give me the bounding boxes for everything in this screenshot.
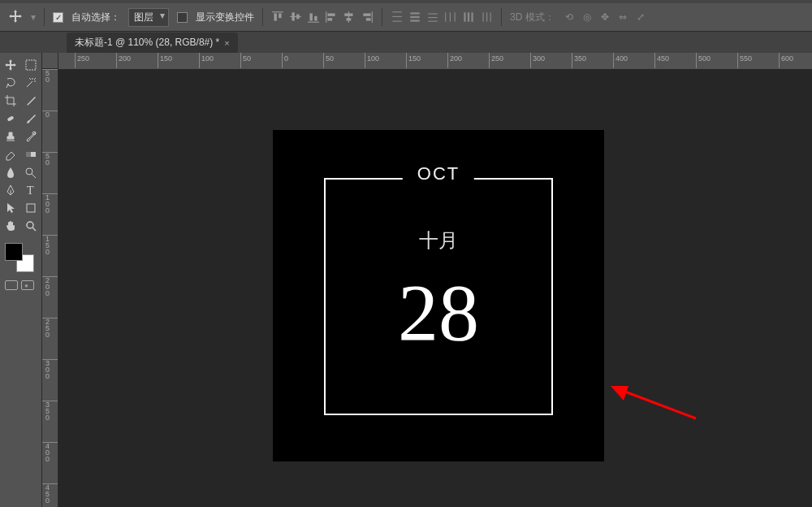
align-left-icon[interactable] — [325, 11, 338, 24]
document-tab[interactable]: 未标题-1 @ 110% (28, RGB/8#) * × — [67, 32, 238, 53]
svg-rect-29 — [455, 12, 456, 21]
svg-rect-20 — [392, 21, 401, 22]
distribute-icons-group — [391, 11, 493, 24]
svg-rect-18 — [392, 11, 401, 12]
svg-rect-35 — [490, 12, 491, 21]
distribute-vcenter-icon[interactable] — [408, 11, 421, 24]
month-en-label: OCT — [403, 163, 474, 184]
3d-slide-icon[interactable]: ⇔ — [616, 11, 629, 24]
ruler-tick: 450 — [42, 483, 58, 504]
svg-rect-14 — [347, 18, 352, 20]
vertical-ruler[interactable]: 50050100150200250300350400450 — [42, 69, 58, 507]
lasso-tool-icon[interactable] — [0, 74, 21, 92]
svg-rect-13 — [344, 13, 352, 15]
svg-rect-6 — [308, 22, 319, 23]
align-right-icon[interactable] — [361, 11, 374, 24]
3d-scale-icon[interactable]: ⤢ — [634, 11, 647, 24]
align-bottom-icon[interactable] — [307, 11, 320, 24]
move-tool-icon[interactable] — [8, 9, 23, 26]
svg-text:T: T — [27, 184, 34, 197]
svg-marker-46 — [611, 386, 628, 401]
healing-tool-icon[interactable] — [0, 110, 21, 128]
ruler-tick: 500 — [696, 53, 710, 68]
svg-rect-22 — [410, 16, 419, 18]
distribute-right-icon[interactable] — [480, 11, 493, 24]
options-bar: ▾ ✓ 自动选择： 图层 显示变换控件 3D 模式： ⟲ ◎ ✥ ⇔ ⤢ — [0, 3, 812, 32]
3d-orbit-icon[interactable]: ⟲ — [563, 11, 576, 24]
ruler-tick: 250 — [75, 53, 89, 68]
auto-select-checkbox[interactable]: ✓ — [53, 12, 63, 23]
shape-tool-icon[interactable] — [21, 199, 42, 217]
move-tool-icon[interactable] — [0, 56, 21, 74]
hand-tool-icon[interactable] — [0, 217, 21, 235]
align-top-icon[interactable] — [271, 11, 284, 24]
wand-tool-icon[interactable] — [21, 74, 42, 92]
distribute-hcenter-icon[interactable] — [462, 11, 475, 24]
svg-rect-7 — [309, 13, 312, 20]
svg-rect-28 — [450, 12, 451, 21]
svg-rect-24 — [428, 13, 437, 14]
svg-rect-5 — [296, 15, 299, 20]
svg-rect-19 — [392, 16, 401, 17]
pen-tool-icon[interactable] — [0, 181, 21, 199]
ruler-tick: 0 — [282, 53, 288, 68]
path-select-icon[interactable] — [0, 199, 21, 217]
canvas[interactable]: OCT 十月 28 — [273, 130, 604, 462]
month-cn-label: 十月 — [273, 228, 604, 254]
zoom-tool-icon[interactable] — [21, 217, 42, 235]
crop-tool-icon[interactable] — [0, 92, 21, 110]
3d-mode-label: 3D 模式： — [510, 11, 555, 24]
distribute-bottom-icon[interactable] — [426, 11, 439, 24]
ruler-tick: 150 — [42, 235, 58, 255]
svg-line-45 — [623, 391, 696, 418]
marquee-tool-icon[interactable] — [21, 56, 42, 74]
ruler-origin[interactable] — [42, 53, 58, 69]
svg-rect-37 — [6, 115, 14, 121]
distribute-top-icon[interactable] — [391, 11, 404, 24]
3d-roll-icon[interactable]: ◎ — [581, 11, 594, 24]
ruler-tick: 200 — [42, 276, 58, 297]
blur-tool-icon[interactable] — [0, 163, 21, 181]
quickmask-mask-icon[interactable] — [21, 280, 34, 290]
ruler-tick: 50 — [323, 53, 334, 68]
ruler-tick: 600 — [779, 53, 793, 68]
ruler-tick: 200 — [447, 53, 462, 68]
svg-rect-1 — [274, 13, 276, 20]
canvas-area[interactable]: OCT 十月 28 — [58, 69, 812, 507]
foreground-color[interactable] — [5, 243, 23, 261]
show-transform-label: 显示变换控件 — [196, 11, 254, 24]
stamp-tool-icon[interactable] — [0, 128, 21, 145]
tab-title: 未标题-1 @ 110% (28, RGB/8#) * — [75, 36, 219, 50]
svg-rect-21 — [410, 12, 419, 14]
show-transform-checkbox[interactable] — [177, 12, 188, 23]
brush-tool-icon[interactable] — [21, 110, 42, 128]
svg-rect-30 — [464, 12, 465, 21]
dodge-tool-icon[interactable] — [21, 163, 42, 181]
ruler-tick: 100 — [365, 53, 379, 68]
svg-point-41 — [26, 168, 32, 175]
ruler-tick: 150 — [158, 53, 172, 68]
align-hcenter-icon[interactable] — [343, 11, 356, 24]
svg-point-44 — [27, 222, 33, 228]
svg-rect-31 — [468, 12, 469, 21]
svg-rect-11 — [327, 18, 332, 20]
toolbox: T — [0, 53, 42, 507]
eyedropper-tool-icon[interactable] — [21, 92, 42, 110]
distribute-left-icon[interactable] — [444, 11, 457, 24]
ruler-tick: 150 — [406, 53, 421, 68]
eraser-tool-icon[interactable] — [0, 145, 21, 163]
ruler-tick: 400 — [613, 53, 628, 68]
align-vcenter-icon[interactable] — [289, 11, 302, 24]
quickmask-standard-icon[interactable] — [5, 280, 18, 290]
layer-select[interactable]: 图层 — [128, 8, 169, 27]
type-tool-icon[interactable]: T — [21, 181, 42, 199]
gradient-tool-icon[interactable] — [21, 145, 42, 163]
close-icon[interactable]: × — [224, 38, 229, 48]
svg-rect-0 — [272, 11, 283, 12]
svg-rect-8 — [314, 16, 317, 21]
ruler-tick: 50 — [240, 53, 251, 68]
3d-pan-icon[interactable]: ✥ — [598, 11, 611, 24]
color-swatches[interactable] — [5, 243, 34, 272]
history-brush-icon[interactable] — [21, 128, 42, 145]
svg-rect-12 — [348, 11, 349, 23]
